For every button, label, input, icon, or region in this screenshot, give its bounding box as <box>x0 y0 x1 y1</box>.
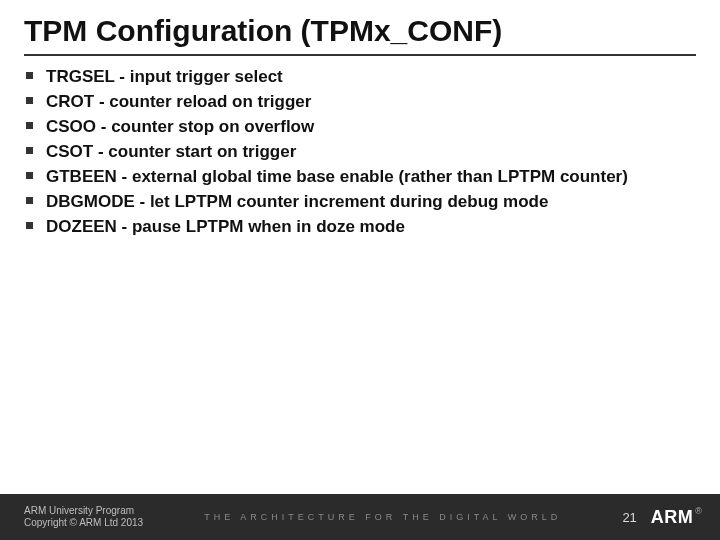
list-item: CSOT - counter start on trigger <box>24 141 696 164</box>
list-item: CSOO - counter stop on overflow <box>24 116 696 139</box>
list-item: TRGSEL - input trigger select <box>24 66 696 89</box>
footer-program: ARM University Program <box>24 505 143 518</box>
slide-content: TRGSEL - input trigger select CROT - cou… <box>0 66 720 540</box>
page-number: 21 <box>622 510 636 525</box>
title-rule <box>24 54 696 56</box>
list-item: DBGMODE - let LPTPM counter increment du… <box>24 191 696 214</box>
footer-right: 21 ARM ® <box>622 507 702 528</box>
bullet-list: TRGSEL - input trigger select CROT - cou… <box>24 66 696 239</box>
registered-mark-icon: ® <box>695 506 702 516</box>
list-item: GTBEEN - external global time base enabl… <box>24 166 696 189</box>
arm-logo: ARM ® <box>651 507 702 528</box>
slide-footer: ARM University Program Copyright © ARM L… <box>0 494 720 540</box>
slide: TPM Configuration (TPMx_CONF) TRGSEL - i… <box>0 0 720 540</box>
footer-tagline: THE ARCHITECTURE FOR THE DIGITAL WORLD <box>143 512 622 522</box>
slide-title: TPM Configuration (TPMx_CONF) <box>0 0 720 54</box>
list-item: DOZEEN - pause LPTPM when in doze mode <box>24 216 696 239</box>
footer-copyright: Copyright © ARM Ltd 2013 <box>24 517 143 530</box>
arm-logo-text: ARM <box>651 507 694 528</box>
footer-credits: ARM University Program Copyright © ARM L… <box>24 505 143 530</box>
list-item: CROT - counter reload on trigger <box>24 91 696 114</box>
